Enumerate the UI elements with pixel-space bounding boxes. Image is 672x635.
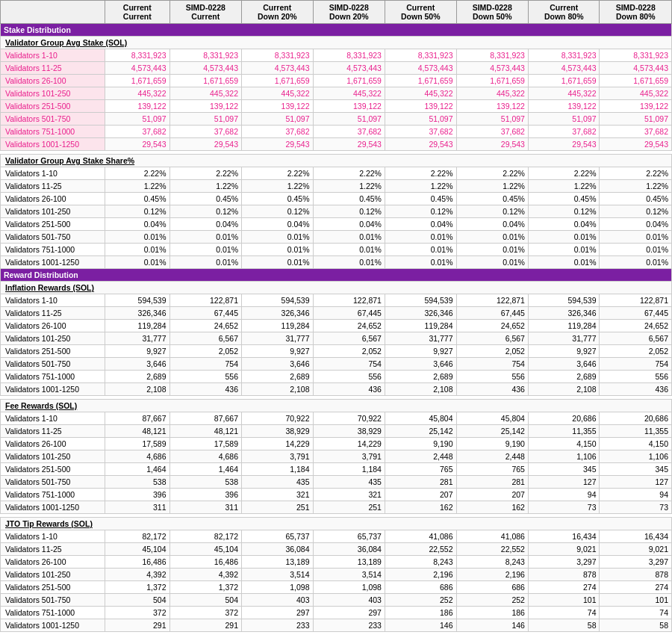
cell-value: 4,573,443 — [169, 62, 241, 75]
cell-value: 311 — [105, 501, 170, 514]
col-current-down50: CurrentDown 50% — [385, 1, 456, 24]
cell-value: 0.01% — [313, 256, 385, 269]
table-row: Validators 751-1000372372297297186186747… — [1, 607, 672, 619]
cell-value: 0.01% — [528, 231, 600, 244]
cell-value: 20,686 — [528, 412, 600, 425]
cell-value: 0.01% — [169, 256, 241, 269]
cell-value: 556 — [456, 371, 528, 383]
cell-value: 435 — [241, 476, 313, 489]
cell-value: 3,646 — [241, 358, 313, 371]
table-row: Validators 251-5009,9272,0529,9272,0529,… — [1, 345, 672, 358]
cell-value: 0.45% — [313, 193, 385, 205]
cell-value: 139,122 — [600, 100, 672, 113]
cell-value: 445,322 — [600, 87, 672, 100]
cell-value: 29,543 — [169, 138, 241, 151]
cell-value: 22,552 — [385, 543, 456, 556]
cell-value: 9,021 — [600, 543, 672, 556]
cell-value: 345 — [600, 463, 672, 476]
cell-value: 38,929 — [313, 425, 385, 438]
row-label: Validators 501-750 — [1, 113, 105, 126]
row-label: Validators 11-25 — [1, 307, 105, 320]
row-label: Validators 1001-1250 — [1, 383, 105, 396]
col-current-down80: CurrentDown 80% — [528, 1, 600, 24]
cell-value: 1,671,659 — [456, 75, 528, 87]
cell-value: 436 — [600, 383, 672, 396]
cell-value: 67,445 — [600, 307, 672, 320]
cell-value: 2,052 — [169, 345, 241, 358]
cell-value: 4,392 — [105, 569, 170, 581]
row-label: Validators 26-100 — [1, 193, 105, 205]
cell-value: 3,791 — [313, 450, 385, 463]
cell-value: 38,929 — [241, 425, 313, 438]
row-label: Validators 1-10 — [1, 294, 105, 307]
cell-value: 251 — [313, 501, 385, 514]
cell-value: 48,121 — [105, 425, 170, 438]
cell-value: 754 — [169, 358, 241, 371]
table-header: CurrentCurrent SIMD-0228Current CurrentD… — [1, 1, 672, 24]
cell-value: 326,346 — [241, 307, 313, 320]
cell-value: 6,567 — [600, 332, 672, 345]
cell-value: 345 — [528, 463, 600, 476]
cell-value: 2.22% — [169, 167, 241, 180]
cell-value: 4,150 — [528, 438, 600, 450]
cell-value: 0.45% — [456, 193, 528, 205]
table-row: Validators 101-250445,322445,322445,3224… — [1, 87, 672, 100]
table-row: Validators 26-10017,58917,58914,22914,22… — [1, 438, 672, 450]
sub-header-row: Validator Group Avg Stake (SOL) — [1, 37, 672, 49]
cell-value: 17,589 — [105, 438, 170, 450]
cell-value: 538 — [105, 476, 170, 489]
cell-value: 48,121 — [169, 425, 241, 438]
table-row: Validators 101-2500.12%0.12%0.12%0.12%0.… — [1, 205, 672, 218]
cell-value: 45,104 — [105, 543, 170, 556]
cell-value: 1.22% — [600, 180, 672, 193]
cell-value: 29,543 — [600, 138, 672, 151]
cell-value: 17,589 — [169, 438, 241, 450]
cell-value: 2,108 — [105, 383, 170, 396]
cell-value: 74 — [528, 607, 600, 619]
cell-value: 594,539 — [385, 294, 456, 307]
cell-value: 1,106 — [600, 450, 672, 463]
cell-value: 2.22% — [241, 167, 313, 180]
cell-value: 1.22% — [313, 180, 385, 193]
cell-value: 8,331,923 — [105, 49, 170, 62]
row-label: Validators 1-10 — [1, 49, 105, 62]
cell-value: 25,142 — [385, 425, 456, 438]
cell-value: 372 — [169, 607, 241, 619]
cell-value: 41,086 — [385, 530, 456, 543]
cell-value: 403 — [313, 594, 385, 607]
table-row: Validators 101-25031,7776,56731,7776,567… — [1, 332, 672, 345]
cell-value: 281 — [456, 476, 528, 489]
table-row: Validators 501-7503,6467543,6467543,6467… — [1, 358, 672, 371]
cell-value: 36,084 — [241, 543, 313, 556]
cell-value: 1,671,659 — [385, 75, 456, 87]
cell-value: 0.45% — [600, 193, 672, 205]
cell-value: 594,539 — [105, 294, 170, 307]
cell-value: 94 — [600, 489, 672, 501]
cell-value: 556 — [313, 371, 385, 383]
cell-value: 0.04% — [105, 218, 170, 231]
cell-value: 146 — [385, 619, 456, 632]
cell-value: 122,871 — [169, 294, 241, 307]
cell-value: 51,097 — [105, 113, 170, 126]
cell-value: 8,331,923 — [385, 49, 456, 62]
table-body: Stake DistributionValidator Group Avg St… — [1, 24, 672, 632]
cell-value: 37,682 — [105, 126, 170, 138]
cell-value: 1,372 — [105, 581, 170, 594]
cell-value: 326,346 — [385, 307, 456, 320]
cell-value: 67,445 — [456, 307, 528, 320]
cell-value: 0.01% — [385, 244, 456, 256]
cell-value: 0.12% — [105, 205, 170, 218]
row-label: Validators 251-500 — [1, 218, 105, 231]
row-label: Validators 501-750 — [1, 594, 105, 607]
scenario-header — [1, 1, 105, 24]
col-current-down20: CurrentDown 20% — [241, 1, 313, 24]
cell-value: 4,392 — [169, 569, 241, 581]
table-row: Validators 26-100119,28424,652119,28424,… — [1, 320, 672, 332]
col-simd0228-down20: SIMD-0228Down 20% — [313, 1, 385, 24]
cell-value: 65,737 — [313, 530, 385, 543]
col-simd0228-current: SIMD-0228Current — [169, 1, 241, 24]
cell-value: 119,284 — [385, 320, 456, 332]
cell-value: 9,190 — [385, 438, 456, 450]
cell-value: 1,184 — [241, 463, 313, 476]
cell-value: 0.04% — [313, 218, 385, 231]
